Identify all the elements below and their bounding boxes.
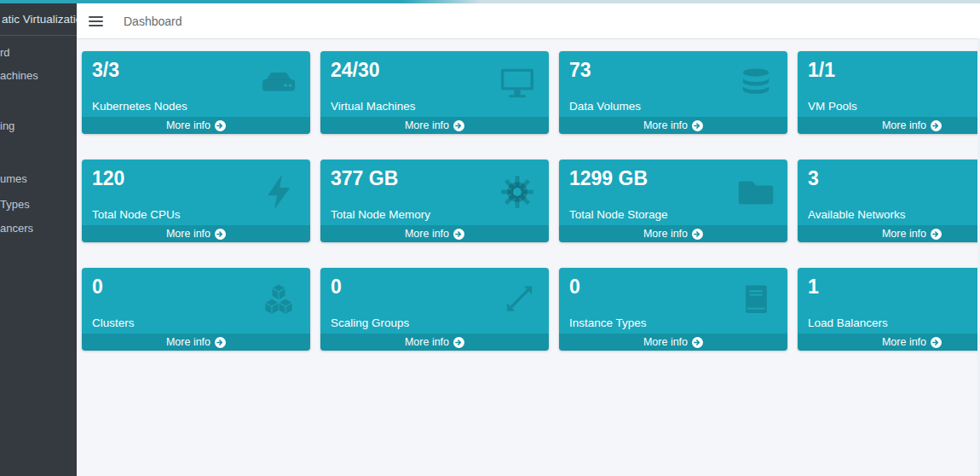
stat-card: 0 Scaling Groups More info <box>320 268 549 351</box>
stat-label: VM Pools <box>808 100 980 113</box>
stat-card-body: 1 Load Balancers <box>798 268 980 334</box>
more-info-link[interactable]: More info <box>559 334 787 351</box>
arrow-circle-right-icon <box>215 229 226 240</box>
arrow-circle-right-icon <box>692 229 703 240</box>
stat-card: 1 Load Balancers More info <box>798 268 980 351</box>
more-info-label: More info <box>882 119 926 131</box>
sidebar-item-scaling[interactable]: ing <box>0 120 14 132</box>
top-navbar: Dashboard <box>77 3 980 39</box>
stat-card: 24/30 Virtual Machines More info <box>320 51 549 134</box>
more-info-label: More info <box>405 228 449 240</box>
stat-card-body: 377 GB Total Node Memory <box>320 160 549 225</box>
arrow-circle-right-icon <box>453 337 464 348</box>
book-icon <box>735 281 776 320</box>
more-info-label: More info <box>882 336 926 348</box>
stat-card-body: 24/30 Virtual Machines <box>320 51 549 117</box>
arrow-circle-right-icon <box>931 229 942 240</box>
stat-card: 0 Clusters More info <box>82 268 310 351</box>
arrow-circle-right-icon <box>453 120 464 131</box>
more-info-link[interactable]: More info <box>798 225 980 242</box>
more-info-link[interactable]: More info <box>559 117 787 134</box>
more-info-link[interactable]: More info <box>798 117 980 134</box>
sidebar-item-load-balancers[interactable]: ancers <box>0 223 33 235</box>
sidebar-item-virtual-machines[interactable]: achines <box>0 70 38 82</box>
more-info-label: More info <box>405 336 449 348</box>
stat-value: 1/1 <box>808 57 980 83</box>
stat-card: 73 Data Volumes More info <box>559 51 787 134</box>
stat-card-body: 0 Scaling Groups <box>320 268 549 334</box>
stat-card-body: 3 Available Networks <box>798 160 980 225</box>
cubes-icon <box>258 281 299 320</box>
stat-card-body: 120 Total Node CPUs <box>82 160 310 225</box>
stat-card-body: 3/3 Kubernetes Nodes <box>82 51 310 117</box>
stat-card: 3 Available Networks More info <box>798 160 980 242</box>
more-info-link[interactable]: More info <box>320 117 549 134</box>
more-info-link[interactable]: More info <box>320 225 549 242</box>
stat-card: 1/1 VM Pools More info <box>798 51 980 134</box>
more-info-link[interactable]: More info <box>798 334 980 351</box>
more-info-link[interactable]: More info <box>320 334 549 351</box>
arrow-circle-right-icon <box>692 337 703 348</box>
sidebar: atic Virtualization rd achines ing umes … <box>0 3 77 476</box>
more-info-label: More info <box>166 119 210 131</box>
arrow-circle-right-icon <box>692 120 703 131</box>
more-info-label: More info <box>643 228 688 240</box>
arrow-circle-right-icon <box>215 337 226 348</box>
stat-card-body: 73 Data Volumes <box>559 51 787 117</box>
sidebar-item-volumes[interactable]: umes <box>0 173 27 185</box>
sidebar-brand[interactable]: atic Virtualization <box>0 3 77 36</box>
stat-card: 1299 GB Total Node Storage More info <box>559 160 787 242</box>
more-info-label: More info <box>882 228 926 240</box>
stat-card-body: 0 Clusters <box>82 268 310 334</box>
stat-card: 0 Instance Types More info <box>559 268 787 351</box>
bolt-icon <box>258 172 299 212</box>
expand-arrows-icon <box>497 281 538 320</box>
content-area: 3/3 Kubernetes Nodes More info 24/30 Vir… <box>77 39 980 476</box>
folder-icon <box>735 172 776 212</box>
stat-value: 1 <box>808 274 980 299</box>
desktop-icon <box>497 64 538 103</box>
more-info-label: More info <box>643 119 688 131</box>
more-info-label: More info <box>405 119 449 131</box>
database-icon <box>735 64 776 103</box>
stat-label: Load Balancers <box>808 316 980 330</box>
more-info-link[interactable]: More info <box>82 334 310 351</box>
more-info-label: More info <box>643 336 688 348</box>
top-accent-bar <box>0 0 980 3</box>
more-info-link[interactable]: More info <box>82 225 310 242</box>
stat-value: 3 <box>808 165 980 191</box>
sidebar-item-dashboard[interactable]: rd <box>0 47 10 59</box>
arrow-circle-right-icon <box>931 120 942 131</box>
arrow-circle-right-icon <box>215 120 226 131</box>
more-info-link[interactable]: More info <box>82 117 310 134</box>
gear-icon <box>497 172 538 212</box>
stat-label: Available Networks <box>808 208 980 222</box>
stat-card-body: 1/1 VM Pools <box>798 51 980 117</box>
arrow-circle-right-icon <box>931 337 942 348</box>
stat-card: 120 Total Node CPUs More info <box>82 160 310 242</box>
stat-card: 377 GB Total Node Memory More info <box>320 160 549 242</box>
navbar-dashboard-link[interactable]: Dashboard <box>124 15 182 28</box>
stat-card: 3/3 Kubernetes Nodes More info <box>82 51 310 134</box>
sidebar-brand-label: atic Virtualization <box>2 13 77 26</box>
more-info-link[interactable]: More info <box>559 225 787 242</box>
stat-card-body: 0 Instance Types <box>559 268 787 334</box>
arrow-circle-right-icon <box>453 229 464 240</box>
sidebar-item-instance-types[interactable]: Types <box>0 199 30 211</box>
more-info-label: More info <box>166 228 210 240</box>
sidebar-toggle-hamburger-icon[interactable] <box>89 16 103 26</box>
hdd-icon <box>258 64 299 103</box>
cards-grid: 3/3 Kubernetes Nodes More info 24/30 Vir… <box>77 39 980 351</box>
stat-card-body: 1299 GB Total Node Storage <box>559 160 787 225</box>
more-info-label: More info <box>166 336 210 348</box>
